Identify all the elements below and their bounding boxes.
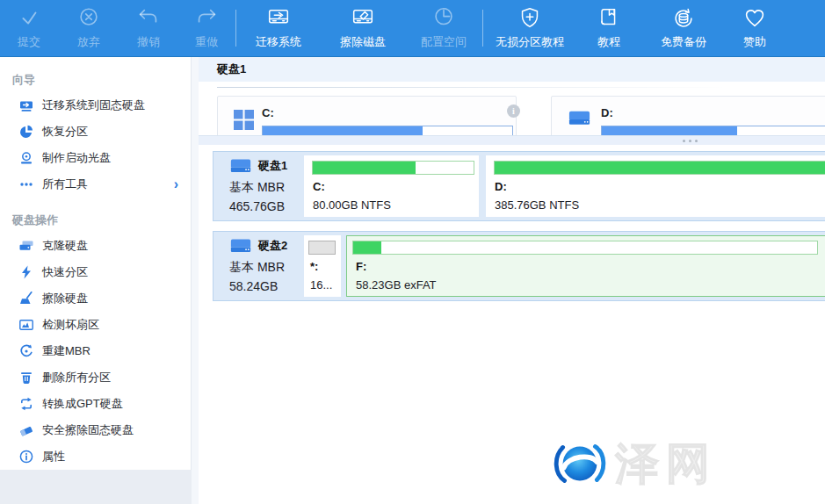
cancel-circle-icon [76,5,102,32]
header-divider [217,87,727,88]
toolbar-item-label: 重做 [195,34,218,50]
sidebar-item-label: 制作启动光盘 [42,150,111,166]
trash-icon [19,371,33,385]
sidebar-item-label: 重建MBR [42,343,90,359]
partition-block-d[interactable]: D: 385.76GB NTFS [486,155,825,217]
disk-info: 硬盘2 基本 MBR 58.24GB [229,238,305,293]
windows-logo-icon [234,110,254,130]
disk-type: 基本 MBR [229,260,305,276]
disk-name: 硬盘2 [258,238,287,254]
main-panel: 硬盘1 C: i D: 硬盘1 基本 [199,57,825,504]
free-backup-button[interactable]: 免费备份 [641,0,726,56]
allocate-space-icon [431,5,457,32]
sidebar-item-rebuild-mbr[interactable]: 重建MBR [0,338,191,364]
donate-button[interactable]: 赞助 [726,0,784,56]
disk-row-1[interactable]: 硬盘1 基本 MBR 465.76GB C: 80.00GB NTFS D: 3… [213,151,825,221]
hard-drive-icon [229,238,252,254]
tutorial-button[interactable]: 教程 [576,0,641,56]
sidebar: 向导 迁移系统到固态硬盘 恢复分区 制作启动光盘 所有工具 › 硬盘操作 克隆硬… [0,57,192,470]
partition-usage-fill [313,162,416,174]
allocate-space-button[interactable]: 配置空间 [405,0,482,56]
watermark-logo [552,436,608,492]
toolbar-item-label: 提交 [18,34,40,50]
sidebar-item-recover-partition[interactable]: 恢复分区 [0,119,191,145]
partition-label: D: [495,180,507,193]
ellipsis-icon [19,177,33,191]
toolbar-item-label: 撤销 [137,34,160,50]
toolbar-item-label: 赞助 [743,34,766,50]
pie-recover-icon [19,125,33,139]
sidebar-item-migrate-to-ssd[interactable]: 迁移系统到固态硬盘 [0,92,191,119]
toolbar-item-label: 放弃 [77,34,100,50]
sidebar-item-wipe-hard-drive[interactable]: 擦除硬盘 [0,285,191,312]
sidebar-item-label: 擦除硬盘 [42,291,88,306]
redo-icon [193,5,220,32]
sidebar-item-make-bootable-media[interactable]: 制作启动光盘 [0,145,191,171]
disk-size: 58.24GB [229,279,305,293]
backup-icon [670,5,697,32]
watermark: 泽网 [552,436,717,492]
sidebar-item-properties[interactable]: 属性 [0,443,191,470]
partition-usage-fill [353,241,381,254]
sidebar-item-check-bad-sectors[interactable]: 检测坏扇区 [0,312,191,338]
partition-tutorial-button[interactable]: 无损分区教程 [483,0,576,56]
rebuild-refresh-icon [19,344,33,358]
partition-usage-bar [312,161,474,175]
wipe-disk-icon [350,5,376,32]
partition-detail: 16... [310,278,332,292]
splitter-handle[interactable] [199,135,825,145]
convert-arrows-icon [19,397,33,411]
sidebar-item-clone-disk[interactable]: 克隆硬盘 [0,233,191,259]
toolbar-item-label: 无损分区教程 [496,34,564,50]
bad-sector-wave-icon [19,318,33,332]
partition-label: C: [313,180,325,193]
toolbar-item-label: 教程 [597,34,620,50]
disk-name: 硬盘1 [258,158,287,174]
heart-icon [742,5,768,32]
partition-label: *: [310,260,318,273]
sidebar-item-secure-erase-ssd[interactable]: 安全擦除固态硬盘 [0,417,191,443]
info-icon[interactable]: i [507,104,520,118]
shield-plus-icon [517,5,543,32]
wipe-disk-button[interactable]: 擦除磁盘 [321,0,405,56]
sidebar-section-wizard: 向导 [0,68,191,92]
partition-block-f-selected[interactable]: F: 58.23GB exFAT [346,235,825,297]
sidebar-item-convert-to-gpt[interactable]: 转换成GPT硬盘 [0,391,191,417]
partition-block-unformatted[interactable]: *: 16... [304,235,341,297]
toolbar: 提交 放弃 撤销 重做 迁移系统 擦除磁盘 配置空间 [0,0,825,57]
toolbar-item-label: 配置空间 [421,34,467,50]
bootable-disc-icon [19,151,33,165]
toolbar-item-label: 擦除磁盘 [340,34,386,50]
disk-size: 465.76GB [229,199,305,213]
eraser-icon [19,423,33,437]
sidebar-item-label: 安全擦除固态硬盘 [42,422,134,438]
sidebar-item-label: 检测坏扇区 [42,317,99,333]
discard-button[interactable]: 放弃 [58,0,119,56]
volume-label: C: [262,106,274,119]
book-icon [596,5,622,32]
sidebar-item-label: 所有工具 [42,176,88,192]
hard-drive-icon [229,158,252,174]
sidebar-item-label: 迁移系统到固态硬盘 [42,97,145,113]
partition-usage-bar [352,241,818,255]
toolbar-item-label: 迁移系统 [256,34,301,50]
migrate-os-button[interactable]: 迁移系统 [236,0,321,56]
undo-icon [135,5,162,32]
sidebar-item-all-tools[interactable]: 所有工具 › [0,171,191,198]
disk-info: 硬盘1 基本 MBR 465.76GB [229,158,305,213]
disk-row-2[interactable]: 硬盘2 基本 MBR 58.24GB *: 16... F: 58.23GB e… [213,231,825,301]
partition-label: F: [356,260,366,273]
sidebar-item-quick-partition[interactable]: 快速分区 [0,259,191,285]
undo-button[interactable]: 撤销 [119,0,177,56]
info-circle-icon [19,450,33,464]
submit-button[interactable]: 提交 [0,0,58,56]
sidebar-item-label: 转换成GPT硬盘 [42,396,123,412]
sidebar-item-delete-all-partitions[interactable]: 删除所有分区 [0,364,191,391]
broom-icon [19,292,33,306]
partition-usage-bar [494,161,825,175]
redo-button[interactable]: 重做 [177,0,235,56]
migrate-disk-icon [19,98,33,112]
sidebar-main-divider [192,57,199,504]
sidebar-item-label: 克隆硬盘 [42,238,88,254]
partition-block-c[interactable]: C: 80.00GB NTFS [304,155,479,217]
